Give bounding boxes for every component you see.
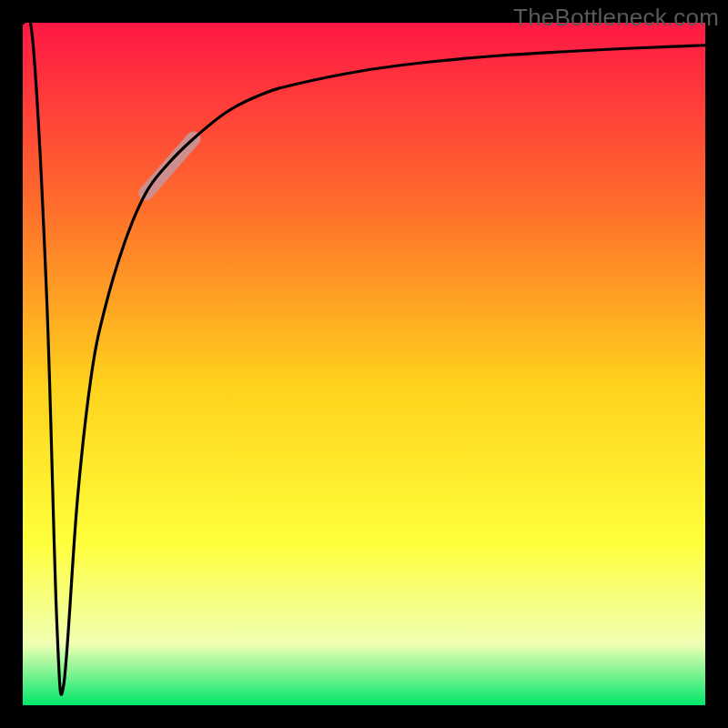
watermark-label: TheBottleneck.com (513, 4, 719, 32)
chart-frame: TheBottleneck.com (0, 0, 728, 728)
chart-plot-area (23, 23, 705, 705)
chart-svg (23, 23, 705, 705)
gradient-background (23, 23, 705, 705)
